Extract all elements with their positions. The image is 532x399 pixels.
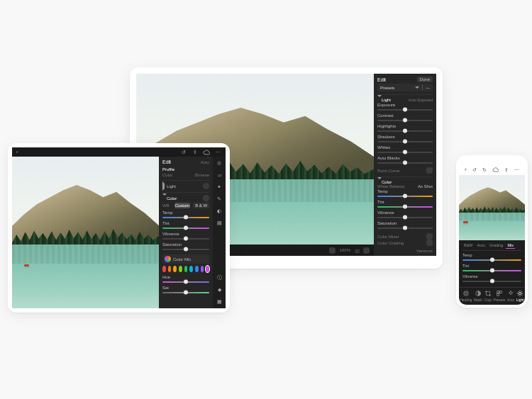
more-icon[interactable]: ⋯ xyxy=(422,85,430,90)
tab-grading[interactable]: Grading xyxy=(488,242,505,249)
swatch-yellow[interactable] xyxy=(173,266,177,272)
cloud-icon[interactable] xyxy=(492,167,499,173)
undo-icon[interactable]: ↺ xyxy=(472,167,477,173)
presets-dropdown[interactable]: Presets ⋯ xyxy=(377,84,433,91)
temp-slider[interactable]: Temp xyxy=(377,189,433,199)
share-icon[interactable]: ⇪ xyxy=(192,149,199,156)
highlights-slider[interactable]: Highlights xyxy=(377,123,433,134)
grid-tool-icon[interactable]: ▦ xyxy=(216,298,223,305)
svg-rect-5 xyxy=(497,293,499,296)
swatch-orange[interactable] xyxy=(168,266,172,272)
chevron-down-icon xyxy=(415,86,419,89)
phone-tabs[interactable]: B&W Auto Grading Mix xyxy=(462,242,521,251)
tablet-edit-panel: Edit Auto Profile Color Browse Light Col xyxy=(159,157,213,308)
point-curve-row[interactable]: Point Curve xyxy=(377,167,433,174)
tablet-device: ‹ ↺ ⇪ ⋯ Edit Auto Profile xyxy=(8,143,230,313)
mask-icon xyxy=(475,290,482,297)
tag-tool-icon[interactable]: ◆ xyxy=(216,286,223,293)
presets-tool-icon[interactable]: ▤ xyxy=(216,220,223,227)
hue-slider[interactable]: Hue xyxy=(162,274,209,285)
zoom-value[interactable]: 100% xyxy=(340,248,350,252)
tool-presets[interactable]: Presets xyxy=(494,290,506,302)
swatch-magenta[interactable] xyxy=(206,266,209,272)
wb-segmented[interactable]: Custom B & W xyxy=(174,203,209,208)
color-mix-button[interactable]: Color Mix xyxy=(162,254,209,264)
auto-button[interactable]: Auto xyxy=(201,160,209,164)
swatch-red[interactable] xyxy=(162,266,166,272)
chevron-left-icon[interactable]: ‹ xyxy=(16,150,18,154)
swatch-cyan[interactable] xyxy=(189,266,193,272)
saturation-slider[interactable]: Saturation xyxy=(377,220,433,231)
swatch-purple[interactable] xyxy=(201,266,204,272)
eye-icon[interactable] xyxy=(203,183,209,189)
temp-slider[interactable]: Temp xyxy=(162,210,209,220)
shadows-slider[interactable]: Shadows xyxy=(377,134,433,145)
svg-rect-4 xyxy=(499,291,501,293)
tool-light[interactable]: Light xyxy=(516,290,524,302)
profile-value-row[interactable]: Color Browse xyxy=(162,173,209,177)
color-section-header[interactable]: Color xyxy=(162,195,209,201)
color-mixer-row[interactable]: Color Mixer xyxy=(377,233,433,240)
profile-row[interactable]: Profile xyxy=(162,167,209,172)
tool-mask[interactable]: Mask xyxy=(474,290,482,302)
phone-image-canvas[interactable] xyxy=(459,175,525,240)
vibrance-slider[interactable]: Vibrance xyxy=(377,210,433,220)
heal-icon xyxy=(462,290,470,297)
swatch-blue[interactable] xyxy=(195,266,199,272)
grid-icon[interactable] xyxy=(329,247,336,254)
panel-title: Edit xyxy=(377,77,386,82)
undo-icon[interactable]: ↺ xyxy=(180,149,187,156)
tint-slider[interactable]: Tint xyxy=(462,263,521,274)
sat-slider[interactable]: Sat xyxy=(162,285,209,296)
contrast-slider[interactable]: Contrast xyxy=(377,113,433,123)
tool-crop[interactable]: Crop xyxy=(484,290,492,302)
mixer-icon xyxy=(426,233,433,240)
eye-icon[interactable] xyxy=(203,195,209,201)
whites-slider[interactable]: Whites xyxy=(377,145,433,155)
tablet-topbar: ‹ ↺ ⇪ ⋯ xyxy=(12,147,226,157)
tab-mix[interactable]: Mix xyxy=(506,242,515,249)
auto-light-button[interactable]: Auto Exposed xyxy=(409,98,433,102)
heal-tool-icon[interactable]: ✦ xyxy=(216,184,223,191)
exposure-slider[interactable]: Exposure xyxy=(377,102,433,113)
auto-icon xyxy=(507,290,514,297)
tab-auto[interactable]: Auto xyxy=(476,242,487,249)
vibrance-slider[interactable]: Vibrance xyxy=(162,231,209,242)
chevron-left-icon[interactable]: ‹ xyxy=(465,166,467,173)
tablet-image-canvas[interactable] xyxy=(12,157,159,308)
tint-slider[interactable]: Tint xyxy=(377,199,433,210)
brush-tool-icon[interactable]: ✎ xyxy=(216,196,223,203)
tab-bw[interactable]: B&W xyxy=(462,242,475,249)
swatch-green[interactable] xyxy=(179,266,182,272)
phone-toolbar: Healing Mask Crop Presets Auto Light xyxy=(459,287,525,305)
light-section-header[interactable]: Light xyxy=(162,180,209,189)
blacks-slider[interactable]: Auto Blacks xyxy=(377,155,433,166)
compare-icon[interactable] xyxy=(363,247,370,254)
mask-tool-icon[interactable]: ◐ xyxy=(216,208,223,215)
color-grading-row[interactable]: Color Grading xyxy=(377,240,433,246)
more-icon[interactable]: ⋯ xyxy=(214,149,221,156)
color-swatches[interactable] xyxy=(162,266,209,272)
light-section-header[interactable]: Light Auto Exposed xyxy=(377,97,433,102)
light-icon xyxy=(516,290,523,297)
info-tool-icon[interactable]: ⓘ xyxy=(216,274,223,281)
more-icon[interactable]: ⋯ xyxy=(514,167,519,173)
swatch-teal[interactable] xyxy=(184,266,188,272)
tool-auto[interactable]: Auto xyxy=(507,290,514,302)
done-button[interactable]: Done xyxy=(417,77,433,82)
saturation-slider[interactable]: Saturation xyxy=(162,242,209,252)
filmstrip-icon[interactable]: ▯▯▯ xyxy=(355,248,359,253)
crop-tool-icon[interactable]: ▱ xyxy=(216,172,223,179)
svg-rect-3 xyxy=(497,291,499,293)
tint-slider[interactable]: Tint xyxy=(162,220,209,231)
cloud-icon[interactable] xyxy=(203,149,210,156)
versions-button[interactable]: Versions xyxy=(377,249,433,253)
redo-icon[interactable]: ↻ xyxy=(482,167,487,173)
color-section-header[interactable]: Color xyxy=(377,179,433,184)
adjust-tool-icon[interactable]: ◎ xyxy=(216,159,223,167)
vibrance-slider[interactable]: Vibrance xyxy=(462,274,521,284)
panel-title: Edit xyxy=(162,159,171,164)
temp-slider[interactable]: Temp xyxy=(462,252,521,263)
share-icon[interactable]: ⇪ xyxy=(504,167,509,173)
tool-healing[interactable]: Healing xyxy=(460,290,472,302)
